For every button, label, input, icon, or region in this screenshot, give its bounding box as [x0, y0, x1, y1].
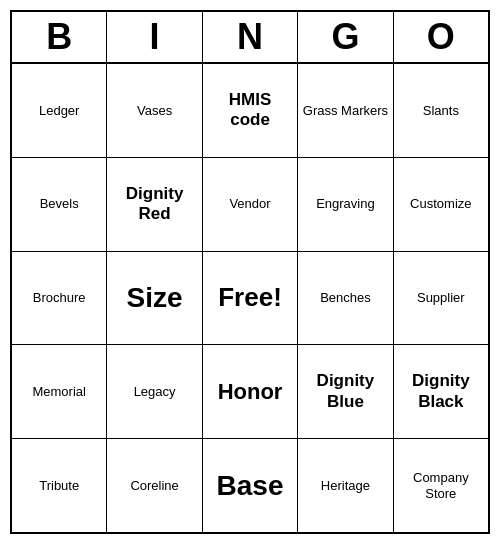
bingo-row: BrochureSizeFree!BenchesSupplier [12, 252, 488, 346]
bingo-cell: Coreline [107, 439, 202, 532]
header-letter: I [107, 12, 202, 62]
bingo-cell: Bevels [12, 158, 107, 251]
bingo-grid: LedgerVasesHMIS codeGrass MarkersSlantsB… [12, 64, 488, 532]
bingo-row: TributeCorelineBaseHeritageCompany Store [12, 439, 488, 532]
bingo-cell: Dignity Blue [298, 345, 393, 438]
bingo-row: BevelsDignity RedVendorEngravingCustomiz… [12, 158, 488, 252]
bingo-cell: Customize [394, 158, 488, 251]
bingo-cell: Brochure [12, 252, 107, 345]
bingo-cell: Slants [394, 64, 488, 157]
bingo-cell: Dignity Black [394, 345, 488, 438]
bingo-card: BINGO LedgerVasesHMIS codeGrass MarkersS… [10, 10, 490, 534]
bingo-cell: Free! [203, 252, 298, 345]
header-letter: B [12, 12, 107, 62]
bingo-cell: Vendor [203, 158, 298, 251]
bingo-cell: Memorial [12, 345, 107, 438]
bingo-cell: Legacy [107, 345, 202, 438]
bingo-cell: Ledger [12, 64, 107, 157]
bingo-cell: Vases [107, 64, 202, 157]
bingo-row: LedgerVasesHMIS codeGrass MarkersSlants [12, 64, 488, 158]
header-letter: O [394, 12, 488, 62]
bingo-cell: Honor [203, 345, 298, 438]
bingo-cell: Dignity Red [107, 158, 202, 251]
bingo-row: MemorialLegacyHonorDignity BlueDignity B… [12, 345, 488, 439]
bingo-cell: Heritage [298, 439, 393, 532]
bingo-cell: HMIS code [203, 64, 298, 157]
bingo-cell: Company Store [394, 439, 488, 532]
bingo-cell: Size [107, 252, 202, 345]
bingo-cell: Tribute [12, 439, 107, 532]
bingo-cell: Supplier [394, 252, 488, 345]
header-letter: G [298, 12, 393, 62]
bingo-cell: Engraving [298, 158, 393, 251]
bingo-header: BINGO [12, 12, 488, 64]
header-letter: N [203, 12, 298, 62]
bingo-cell: Grass Markers [298, 64, 393, 157]
bingo-cell: Base [203, 439, 298, 532]
bingo-cell: Benches [298, 252, 393, 345]
